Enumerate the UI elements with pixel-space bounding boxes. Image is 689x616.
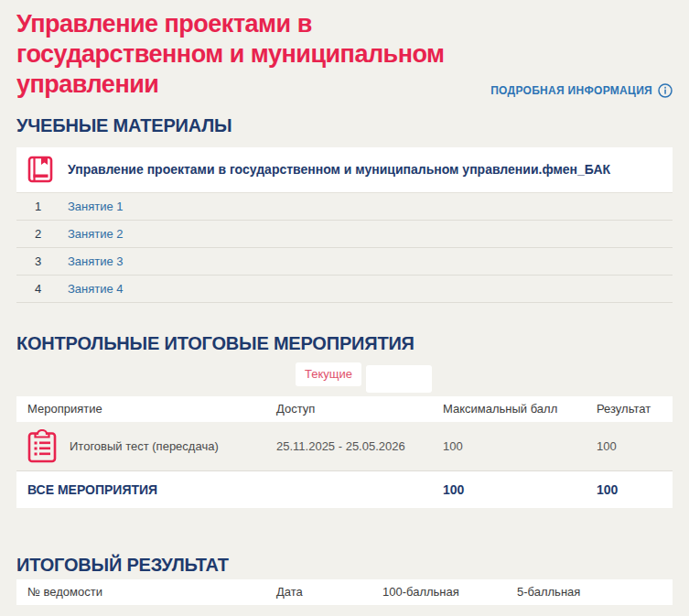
book-icon [27,156,53,183]
event-max-score: 100 [432,439,586,453]
col-scale-5: 5-балльная [506,585,673,599]
total-max-score: 100 [432,482,586,497]
page-header: Управление проектами в государственном и… [16,9,673,100]
lesson-row-2[interactable]: 2 Занятие 2 [16,221,673,248]
col-result: Результат [586,402,673,416]
total-result: 100 [586,482,673,497]
col-event: Мероприятие [16,402,265,416]
lesson-number: 4 [35,282,68,296]
col-access: Доступ [265,402,432,416]
lesson-number: 3 [35,254,68,268]
tab-current[interactable]: Текущие [296,362,361,386]
event-name[interactable]: Итоговый тест (пересдача) [70,439,219,453]
all-events-link[interactable]: ВСЕ МЕРОПРИЯТИЯ [16,482,265,497]
event-access-dates: 25.11.2025 - 25.05.2026 [265,439,432,453]
lesson-number: 1 [35,200,68,213]
lesson-link[interactable]: Занятие 1 [68,200,124,213]
lesson-number: 2 [35,227,68,241]
control-total-row: ВСЕ МЕРОПРИЯТИЯ 100 100 [16,471,673,508]
col-scale-100: 100-балльная [371,585,506,599]
control-heading: КОНТРОЛЬНЫЕ ИТОГОВЫЕ МЕРОПРИЯТИЯ [16,333,673,354]
lesson-row-3[interactable]: 3 Занятие 3 [16,248,673,276]
course-page: Управление проектами в государственном и… [0,0,689,616]
lesson-link[interactable]: Занятие 4 [68,282,124,296]
col-sheet-number: № ведомости [16,585,265,599]
test-clipboard-icon [27,429,57,463]
course-file-title: Управление проектами в государственном и… [68,162,610,177]
event-result: 100 [586,439,673,453]
event-cell: Итоговый тест (пересдача) [16,429,265,463]
lesson-link[interactable]: Занятие 2 [68,227,124,241]
materials-heading: УЧЕБНЫЕ МАТЕРИАЛЫ [16,115,673,136]
control-table-header: Мероприятие Доступ Максимальный балл Рез… [16,396,673,422]
final-heading: ИТОГОВЫЙ РЕЗУЛЬТАТ [16,555,673,576]
lessons-list: 1 Занятие 1 2 Занятие 2 3 Занятие 3 4 За… [16,193,673,303]
lesson-link[interactable]: Занятие 3 [68,254,124,268]
page-title: Управление проектами в государственном и… [16,9,490,100]
final-table-header: № ведомости Дата 100-балльная 5-балльная [16,579,673,605]
control-table-row[interactable]: Итоговый тест (пересдача) 25.11.2025 - 2… [16,422,673,471]
lesson-row-1[interactable]: 1 Занятие 1 [16,193,673,221]
details-info-link[interactable]: ПОДРОБНАЯ ИНФОРМАЦИЯ [490,83,673,98]
info-icon [658,83,673,98]
tab-blank[interactable] [366,365,432,393]
lesson-row-4[interactable]: 4 Занятие 4 [16,276,673,303]
final-table-row[interactable]: КИМ (on-line) (Открыта ) И 14.03.2026 10… [16,605,673,616]
details-info-label: ПОДРОБНАЯ ИНФОРМАЦИЯ [490,84,652,97]
col-date: Дата [265,585,371,599]
col-max-score: Максимальный балл [432,402,586,416]
control-tabs: Текущие [16,362,673,393]
course-file-card[interactable]: Управление проектами в государственном и… [16,147,673,193]
